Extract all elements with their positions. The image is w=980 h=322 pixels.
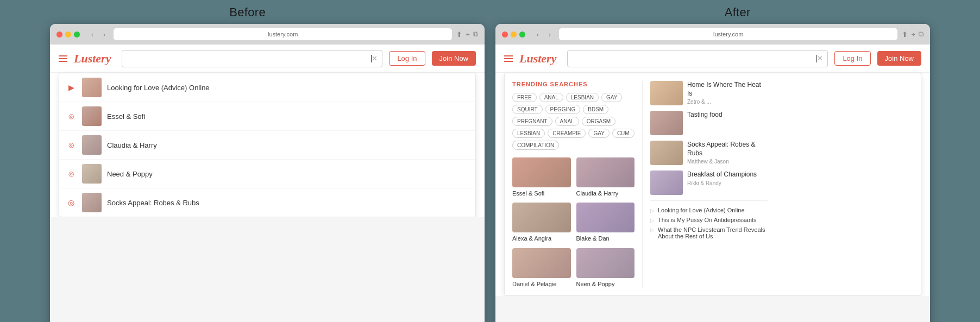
search-clear-after[interactable]: ✕	[817, 54, 823, 62]
item-text-3: Claudia & Harry	[107, 141, 157, 149]
hamburger-before[interactable]	[59, 55, 67, 62]
dropdown-item-1[interactable]: ▶ Looking for Love (Advice) Online	[59, 73, 475, 102]
item-thumb-3	[82, 135, 102, 155]
dropdown-item-3[interactable]: ◎ Claudia & Harry	[59, 131, 475, 160]
video-icon-1: ▶	[66, 82, 77, 93]
tag-gay[interactable]: GAY	[601, 93, 622, 102]
article-item-1[interactable]: ▷ Looking for Love (Advice) Online	[650, 205, 768, 215]
video-card-2[interactable]: Claudia & Harry	[576, 157, 635, 197]
after-dropdown-wrapper: TRENDING SEARCHES FREE ANAL LESBIAN GAY …	[504, 73, 921, 296]
tag-compilation[interactable]: COMPILATION	[512, 141, 559, 150]
share-icon-after[interactable]: ⬆	[902, 30, 908, 39]
article-text-1: Looking for Love (Advice) Online	[658, 207, 745, 213]
browser-actions: ⬆ + ⧉	[456, 30, 478, 39]
person-icon-4: ◎	[66, 168, 77, 179]
navbar-after: Lustery ✕ Log In Join Now	[495, 45, 930, 73]
browser-actions-after: ⬆ + ⧉	[902, 30, 924, 39]
tabs-icon-after[interactable]: ⧉	[919, 30, 924, 39]
video-card-5[interactable]: Daniel & Pelagie	[512, 248, 571, 288]
search-clear-before[interactable]: ✕	[372, 54, 378, 62]
tag-lesbian2[interactable]: LESBIAN	[512, 129, 545, 138]
search-dropdown-before: ▶ Looking for Love (Advice) Online ◎ Ess…	[59, 73, 476, 217]
after-main-area	[495, 296, 930, 322]
tag-pregnant[interactable]: PREGNANT	[512, 117, 552, 126]
browser-dots-before	[56, 31, 80, 37]
search-input-before[interactable]	[127, 54, 370, 62]
item-text-5: Socks Appeal: Robes & Rubs	[107, 199, 199, 207]
search-bar-after[interactable]: ✕	[567, 50, 828, 67]
article-text-3: What the NPC Livesteam Trend Reveals Abo…	[658, 226, 768, 239]
tags-container: FREE ANAL LESBIAN GAY SQUIRT PEGGING BDS…	[512, 93, 635, 150]
nav-back[interactable]: ‹	[87, 29, 97, 39]
tag-pegging[interactable]: PEGGING	[545, 105, 581, 114]
article-text-2: This is My Pussy On Antidepressants	[658, 217, 757, 223]
featured-item-3[interactable]: Socks Appeal: Robes & Rubs Matthew & Jas…	[650, 141, 768, 165]
tag-cum[interactable]: CUM	[612, 129, 635, 138]
browser-chrome-before: ‹ › lustery.com ⬆ + ⧉	[50, 24, 485, 45]
tag-anal2[interactable]: ANAL	[555, 117, 579, 126]
search-input-after[interactable]	[572, 54, 815, 62]
dot-yellow-after[interactable]	[511, 31, 517, 37]
login-button-before[interactable]: Log In	[389, 51, 425, 66]
article-list: ▷ Looking for Love (Advice) Online ▷ Thi…	[650, 205, 768, 241]
tag-bdsm[interactable]: BDSM	[583, 105, 608, 114]
featured-title-2: Tasting food	[687, 111, 768, 119]
item-thumb-1	[82, 78, 102, 97]
tag-orgasm[interactable]: ORGASM	[582, 117, 615, 126]
before-label: Before	[229, 5, 266, 20]
featured-thumb-3	[650, 141, 683, 165]
item-thumb-2	[82, 106, 102, 126]
add-tab-icon-after[interactable]: +	[911, 30, 915, 39]
dropdown-item-5[interactable]: ◎ Socks Appeal: Robes & Rubs	[59, 188, 475, 217]
video-card-title-5: Daniel & Pelagie	[512, 280, 571, 288]
tag-creampie[interactable]: CREAMPIE	[548, 129, 586, 138]
dot-red-after[interactable]	[502, 31, 508, 37]
tabs-icon[interactable]: ⧉	[473, 30, 478, 39]
article-bullet-1: ▷	[650, 207, 655, 213]
join-button-before[interactable]: Join Now	[432, 51, 476, 66]
dot-green-after[interactable]	[519, 31, 525, 37]
search-bar-before[interactable]: ✕	[122, 50, 382, 67]
tag-squirt[interactable]: SQUIRT	[512, 105, 543, 114]
tag-gay2[interactable]: GAY	[588, 129, 609, 138]
address-bar-after[interactable]: lustery.com	[559, 28, 897, 40]
article-item-2[interactable]: ▷ This is My Pussy On Antidepressants	[650, 215, 768, 225]
video-card-6[interactable]: Neen & Poppy	[576, 248, 635, 288]
dot-yellow[interactable]	[65, 31, 71, 37]
video-card-1[interactable]: Essel & Sofi	[512, 157, 571, 197]
login-button-after[interactable]: Log In	[834, 51, 870, 66]
dot-red[interactable]	[56, 31, 62, 37]
featured-item-4[interactable]: Breakfast of Champions Rikki & Randy	[650, 171, 768, 195]
nav-forward[interactable]: ›	[99, 29, 109, 39]
site-content-after: Lustery ✕ Log In Join Now TRENDING SEARC…	[495, 45, 930, 322]
tag-anal[interactable]: ANAL	[539, 93, 563, 102]
dot-green[interactable]	[74, 31, 80, 37]
featured-thumb-1	[650, 81, 683, 105]
add-tab-icon[interactable]: +	[466, 30, 470, 39]
featured-thumb-2	[650, 111, 683, 135]
hamburger-after[interactable]	[504, 55, 513, 62]
logo-before: Lustery	[74, 52, 111, 66]
tag-free[interactable]: FREE	[512, 93, 537, 102]
nav-forward-after[interactable]: ›	[545, 29, 555, 39]
item-text-1: Looking for Love (Advice) Online	[107, 84, 210, 92]
dropdown-item-4[interactable]: ◎ Need & Poppy	[59, 160, 475, 188]
item-thumb-4	[82, 164, 102, 184]
video-thumb-3	[512, 203, 571, 232]
join-button-after[interactable]: Join Now	[877, 51, 921, 66]
video-icon-5: ◎	[66, 197, 77, 208]
tag-lesbian[interactable]: LESBIAN	[566, 93, 599, 102]
video-card-3[interactable]: Alexa & Angira	[512, 203, 571, 242]
article-item-3[interactable]: ▷ What the NPC Livesteam Trend Reveals A…	[650, 225, 768, 241]
featured-item-1[interactable]: Home Is Where The Heat Is Zetro & ...	[650, 81, 768, 105]
nav-back-after[interactable]: ‹	[533, 29, 543, 39]
address-bar-before[interactable]: lustery.com	[114, 28, 452, 40]
browser-dots-after	[502, 31, 525, 37]
featured-item-2[interactable]: Tasting food	[650, 111, 768, 135]
after-label: After	[725, 5, 751, 20]
share-icon[interactable]: ⬆	[456, 30, 462, 39]
dropdown-item-2[interactable]: ◎ Essel & Sofi	[59, 102, 475, 131]
site-content-before: Lustery ✕ Log In Join Now ▶ Looking for …	[50, 45, 485, 322]
logo-after: Lustery	[519, 52, 556, 66]
video-card-4[interactable]: Blake & Dan	[576, 203, 635, 242]
